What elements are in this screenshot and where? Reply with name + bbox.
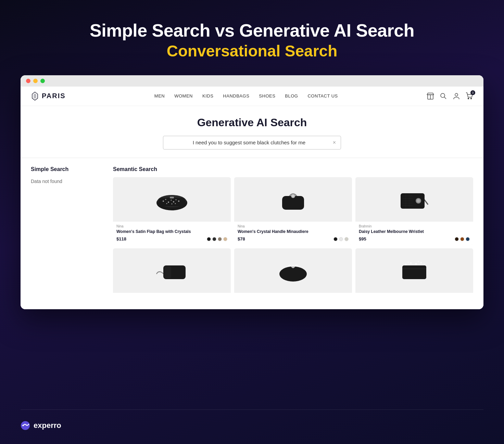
search-icon[interactable] — [440, 92, 447, 100]
swatch[interactable] — [339, 237, 343, 241]
svg-point-24 — [292, 195, 294, 197]
swatch[interactable] — [218, 237, 222, 241]
handle-clutch-image — [273, 186, 314, 213]
semantic-search-title: Semantic Search — [113, 166, 473, 172]
product-name: Women's Satin Flap Bag with Crystals — [116, 229, 227, 235]
product-card[interactable]: Nina Women's Satin Flap Bag with Crystal… — [113, 177, 231, 245]
product-bottom: $95 — [359, 236, 470, 241]
svg-point-43 — [415, 263, 417, 265]
footer-divider — [21, 409, 483, 410]
nav-links: MEN WOMEN KIDS HANDBAGS SHOES BLOG CONTA… — [154, 93, 338, 99]
svg-point-19 — [172, 203, 173, 204]
swatch[interactable] — [223, 237, 227, 241]
product-brand: Nina — [238, 224, 349, 228]
cart-icon[interactable]: 0 — [466, 92, 473, 100]
simple-search-column: Simple Search Data not found — [31, 166, 106, 301]
svg-point-41 — [405, 264, 407, 265]
experro-logo-icon — [21, 421, 30, 430]
browser-window: PARIS MEN WOMEN KIDS HANDBAGS SHOES BLOG… — [21, 75, 483, 310]
svg-rect-10 — [158, 198, 186, 206]
hero-title: Simple Search vs Generative AI Search — [7, 21, 497, 41]
product-info — [234, 293, 352, 301]
swatch[interactable] — [207, 237, 211, 241]
svg-point-38 — [279, 266, 307, 282]
product-info: Brahmin Daisy Leather Melbourne Wristlet… — [355, 222, 473, 245]
svg-point-3 — [441, 93, 445, 97]
search-clear-button[interactable]: × — [333, 140, 336, 146]
browser-chrome — [21, 75, 483, 87]
experro-brand: experro — [34, 421, 61, 430]
svg-point-12 — [165, 199, 166, 200]
nav-women[interactable]: WOMEN — [174, 93, 193, 99]
product-image — [234, 177, 352, 222]
nav-contact[interactable]: CONTACT US — [307, 93, 338, 99]
svg-rect-37 — [164, 266, 171, 278]
product-info: Nina Women's Crystal Handle Minaudiere $… — [234, 222, 352, 245]
products-grid: Nina Women's Satin Flap Bag with Crystal… — [113, 177, 473, 301]
nav-men[interactable]: MEN — [154, 93, 165, 99]
svg-point-46 — [408, 262, 409, 263]
color-swatches — [455, 237, 470, 241]
product-card[interactable] — [234, 248, 352, 301]
product-info — [355, 293, 473, 301]
svg-point-15 — [173, 201, 174, 203]
swatch[interactable] — [455, 237, 459, 241]
crystal-box-image — [394, 257, 435, 284]
svg-point-17 — [178, 200, 179, 202]
nav-logo[interactable]: PARIS — [31, 91, 66, 101]
product-card[interactable]: Brahmin Daisy Leather Melbourne Wristlet… — [355, 177, 473, 245]
swatch[interactable] — [466, 237, 470, 241]
svg-point-20 — [175, 203, 176, 204]
svg-line-4 — [444, 97, 446, 99]
product-card[interactable] — [113, 248, 231, 301]
logo-icon — [31, 91, 39, 101]
svg-point-35 — [417, 199, 420, 203]
swatch[interactable] — [460, 237, 464, 241]
nav-blog[interactable]: BLOG — [285, 93, 298, 99]
search-bar[interactable]: I need you to suggest some black clutche… — [163, 136, 341, 149]
product-brand: Brahmin — [359, 224, 470, 228]
browser-dot-yellow[interactable] — [33, 79, 38, 83]
hero-section: Simple Search vs Generative AI Search Co… — [0, 0, 504, 75]
crystal-clutch-image — [151, 186, 192, 213]
product-image — [234, 248, 352, 293]
nav-kids[interactable]: KIDS — [202, 93, 213, 99]
user-icon[interactable] — [453, 92, 460, 100]
svg-point-42 — [410, 262, 412, 264]
svg-point-5 — [455, 93, 458, 96]
product-card[interactable] — [355, 248, 473, 301]
nav-shoes[interactable]: SHOES — [259, 93, 275, 99]
svg-point-18 — [166, 203, 167, 204]
color-swatches — [207, 237, 227, 241]
semantic-search-column: Semantic Search — [113, 166, 473, 301]
svg-point-6 — [468, 98, 469, 99]
nav-icons: 0 — [427, 92, 473, 100]
search-query: I need you to suggest some black clutche… — [168, 140, 330, 145]
nav-handbags[interactable]: HANDBAGS — [223, 93, 249, 99]
browser-dot-green[interactable] — [40, 79, 45, 83]
svg-rect-21 — [170, 197, 174, 198]
swatch[interactable] — [344, 237, 349, 241]
chain-clutch-image — [151, 257, 192, 284]
cart-count: 0 — [470, 90, 475, 95]
svg-point-50 — [22, 425, 24, 426]
store-icon[interactable] — [427, 92, 434, 100]
svg-point-49 — [21, 421, 30, 430]
navbar: PARIS MEN WOMEN KIDS HANDBAGS SHOES BLOG… — [21, 87, 483, 106]
product-info — [113, 293, 231, 301]
search-section: Generative AI Search I need you to sugge… — [21, 106, 483, 158]
swatch[interactable] — [333, 237, 338, 241]
simple-search-empty: Data not found — [31, 177, 106, 184]
svg-point-47 — [418, 261, 419, 262]
color-swatches — [333, 237, 349, 241]
svg-point-16 — [176, 199, 177, 200]
product-price: $118 — [116, 236, 126, 241]
bow-clutch-image — [273, 257, 314, 284]
browser-dot-red[interactable] — [26, 79, 30, 83]
hero-subtitle: Conversational Search — [7, 41, 497, 62]
svg-rect-40 — [402, 265, 426, 279]
swatch[interactable] — [212, 237, 216, 241]
product-card[interactable]: Nina Women's Crystal Handle Minaudiere $… — [234, 177, 352, 245]
results-section: Simple Search Data not found Semantic Se… — [21, 158, 483, 310]
product-image — [113, 177, 231, 222]
